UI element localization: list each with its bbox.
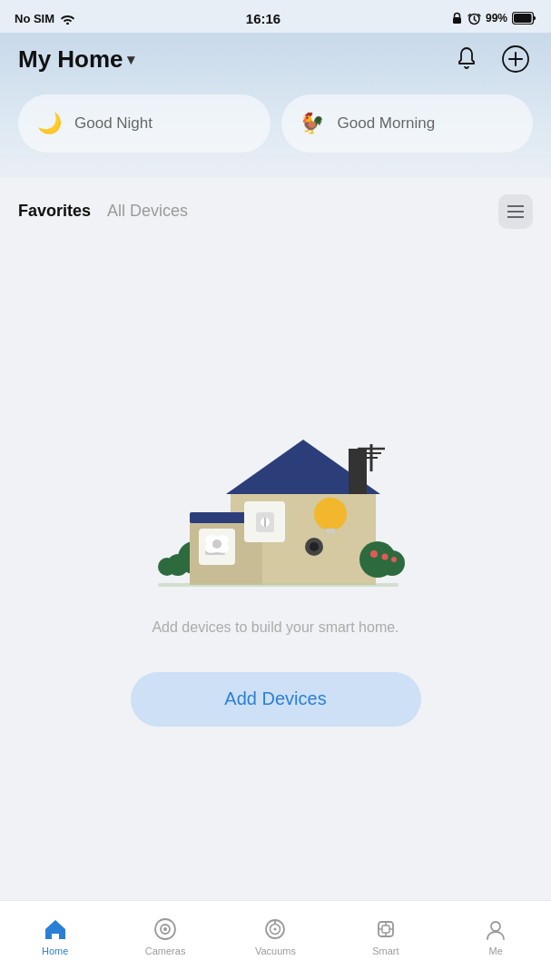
carrier-wifi: No SIM — [15, 12, 75, 25]
notifications-button[interactable] — [449, 42, 484, 76]
status-right: 99% — [451, 12, 536, 25]
home-title[interactable]: My Home ▾ — [18, 45, 134, 74]
scene-row: 🌙 Good Night 🐓 Good Morning — [18, 94, 533, 153]
battery-percent: 99% — [486, 12, 507, 25]
plus-circle-icon — [501, 45, 530, 74]
nav-item-home[interactable]: Home — [28, 916, 83, 956]
nav-item-cameras[interactable]: Cameras — [138, 916, 192, 956]
app-header: My Home ▾ — [18, 33, 533, 94]
status-time: 16:16 — [246, 11, 280, 26]
empty-message: Add devices to build your smart home. — [152, 619, 398, 636]
svg-point-41 — [370, 550, 378, 558]
nav-me-label: Me — [489, 945, 503, 956]
nav-item-me[interactable]: Me — [468, 916, 523, 956]
tabs-row: Favorites All Devices — [0, 178, 551, 238]
me-nav-icon — [483, 916, 508, 942]
svg-point-53 — [274, 927, 277, 930]
battery-icon — [512, 12, 536, 25]
house-illustration — [140, 394, 412, 594]
svg-point-38 — [212, 539, 221, 549]
svg-line-4 — [474, 19, 476, 21]
status-bar: No SIM 16:16 99% — [0, 0, 551, 33]
nav-smart-label: Smart — [372, 945, 398, 956]
nav-item-smart[interactable]: Smart — [359, 916, 413, 956]
carrier-text: No SIM — [15, 12, 54, 25]
alarm-icon — [467, 12, 481, 25]
lock-icon — [451, 12, 463, 25]
moon-icon: 🌙 — [34, 109, 64, 138]
good-morning-button[interactable]: 🐓 Good Morning — [281, 94, 534, 153]
svg-rect-6 — [514, 14, 532, 23]
add-devices-button[interactable]: Add Devices — [131, 672, 421, 727]
svg-rect-18 — [349, 449, 367, 494]
svg-point-49 — [163, 927, 167, 931]
smart-nav-icon — [373, 916, 398, 942]
header-action-icons — [449, 42, 533, 76]
nav-home-label: Home — [42, 945, 68, 956]
svg-rect-1 — [453, 17, 461, 24]
svg-point-35 — [310, 542, 319, 551]
tab-all-devices[interactable]: All Devices — [107, 202, 188, 223]
menu-lines-icon — [507, 205, 524, 218]
svg-point-45 — [158, 558, 176, 576]
bottom-nav: Home Cameras Vacuums — [0, 900, 551, 980]
wifi-icon — [60, 13, 75, 25]
svg-rect-46 — [158, 583, 398, 587]
dropdown-chevron-icon: ▾ — [127, 51, 134, 68]
rooster-icon: 🐓 — [298, 109, 327, 138]
svg-point-43 — [391, 557, 397, 562]
tab-favorites[interactable]: Favorites — [18, 202, 91, 223]
tabs-left: Favorites All Devices — [18, 202, 188, 223]
vacuum-nav-icon — [262, 916, 288, 942]
good-night-button[interactable]: 🌙 Good Night — [18, 94, 271, 153]
svg-point-0 — [66, 22, 69, 25]
svg-point-27 — [314, 498, 347, 530]
add-button[interactable] — [498, 42, 533, 76]
empty-state: Add devices to build your smart home. Ad… — [0, 238, 551, 900]
good-night-label: Good Night — [74, 114, 153, 133]
home-nav-icon — [43, 916, 68, 942]
tab-menu-button[interactable] — [498, 194, 533, 229]
camera-nav-icon — [153, 916, 178, 942]
nav-item-vacuums[interactable]: Vacuums — [248, 916, 302, 956]
svg-point-60 — [491, 922, 500, 931]
bell-icon — [455, 46, 478, 72]
svg-rect-55 — [382, 926, 389, 933]
nav-cameras-label: Cameras — [145, 945, 186, 956]
svg-point-42 — [381, 553, 388, 559]
good-morning-label: Good Morning — [338, 114, 436, 133]
nav-vacuums-label: Vacuums — [255, 945, 296, 956]
